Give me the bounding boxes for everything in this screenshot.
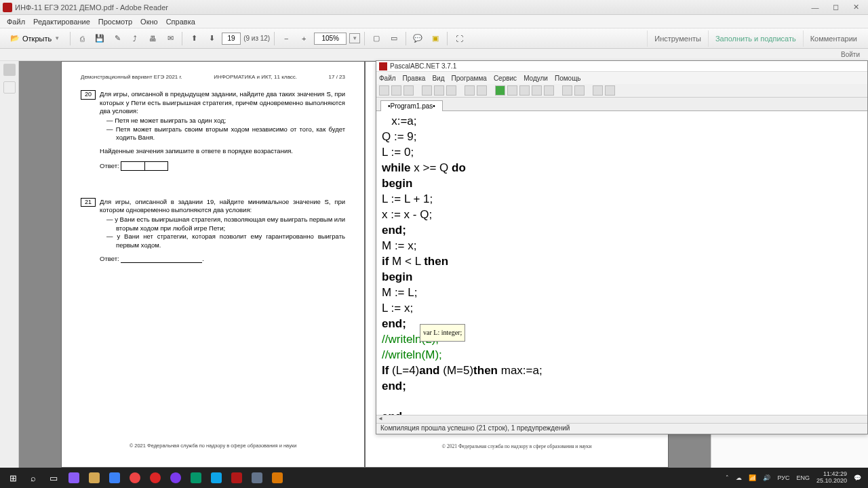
ide-menu-service[interactable]: Сервис <box>494 75 517 82</box>
ide-menu-modules[interactable]: Модули <box>524 75 548 82</box>
zoom-input[interactable] <box>314 33 347 45</box>
open-button[interactable]: 📂 Открыть ▼ <box>4 32 66 45</box>
fit-page-icon[interactable]: ▢ <box>369 31 384 46</box>
ide-tb-icon[interactable] <box>544 85 554 96</box>
ide-titlebar[interactable]: PascalABC.NET 3.7.1 <box>376 61 867 72</box>
ide-tabbar: •Program1.pas• <box>376 98 867 111</box>
left-sidebar <box>0 61 19 468</box>
login-bar: Войти <box>0 49 868 61</box>
task20-li1: Петя не может выиграть за один ход; <box>116 117 345 125</box>
answer-box <box>121 161 168 171</box>
page-up-icon[interactable]: ⬆ <box>186 31 201 46</box>
ide-tb-icon[interactable] <box>593 85 603 96</box>
tray-notifications-icon[interactable]: 💬 <box>854 474 861 481</box>
hdr-left: Демонстрационный вариант ЕГЭ 2021 г. <box>81 74 182 81</box>
comments-panel-button[interactable]: Комментарии <box>803 30 864 47</box>
task21-text: Для игры, описанной в задании 19, найдит… <box>100 198 345 215</box>
ide-menu-view[interactable]: Вид <box>432 75 444 82</box>
maximize-button[interactable]: ◻ <box>826 1 845 14</box>
ide-menu-program[interactable]: Программа <box>451 75 486 82</box>
pdf-page-left: Демонстрационный вариант ЕГЭ 2021 г. ИНФ… <box>61 61 365 468</box>
page-down-icon[interactable]: ⬇ <box>204 31 219 46</box>
fullscreen-icon[interactable]: ⛶ <box>452 31 467 46</box>
taskbar-app[interactable] <box>226 468 247 487</box>
taskbar-app[interactable] <box>186 468 206 487</box>
fit-width-icon[interactable]: ▭ <box>387 31 401 46</box>
ide-tb-icon[interactable] <box>507 85 517 96</box>
taskbar-app[interactable] <box>64 468 84 487</box>
ide-run-icon[interactable] <box>495 85 505 96</box>
taskbar-app[interactable] <box>145 468 165 487</box>
tray-lang1[interactable]: РУС <box>777 474 789 481</box>
save-icon[interactable]: 💾 <box>92 31 107 46</box>
ide-tb-icon[interactable] <box>574 85 585 96</box>
tray-wifi-icon[interactable]: 📶 <box>749 474 756 481</box>
attachments-icon[interactable] <box>3 81 16 94</box>
menu-edit[interactable]: Редактирование <box>29 16 94 27</box>
page-footer: © 2021 Федеральная служба по надзору в с… <box>62 443 364 449</box>
menu-view[interactable]: Просмотр <box>94 16 136 27</box>
tray-clock[interactable]: 11:42:29 25.10.2020 <box>816 471 847 485</box>
tray-chevron-icon[interactable]: ˄ <box>726 474 729 481</box>
export-icon[interactable]: ⤴ <box>127 31 142 46</box>
ide-cut-icon[interactable] <box>422 85 432 96</box>
ide-new-icon[interactable] <box>379 85 389 96</box>
zoom-out-icon[interactable]: − <box>279 31 294 46</box>
ide-tab-program1[interactable]: •Program1.pas• <box>380 100 443 111</box>
taskbar-app[interactable] <box>165 468 186 487</box>
task20-p2: Найденные значения запишите в ответе в п… <box>100 147 345 155</box>
answer-line <box>121 262 202 263</box>
tray-volume-icon[interactable]: 🔊 <box>763 474 770 481</box>
convert-icon[interactable]: ⎙ <box>75 31 90 46</box>
sign-panel-button[interactable]: Заполнить и подписать <box>708 30 803 47</box>
ide-hscrollbar[interactable] <box>376 415 867 423</box>
highlight-icon[interactable]: ▣ <box>428 31 443 46</box>
login-link[interactable]: Войти <box>841 51 860 58</box>
ide-copy-icon[interactable] <box>434 85 444 96</box>
ide-redo-icon[interactable] <box>477 85 487 96</box>
comment-icon[interactable]: 💬 <box>410 31 425 46</box>
ide-tb-icon[interactable] <box>605 85 615 96</box>
taskbar-app[interactable] <box>206 468 226 487</box>
zoom-in-icon[interactable]: + <box>296 31 311 46</box>
caret-down-icon[interactable]: ▼ <box>349 33 360 43</box>
menubar: Файл Редактирование Просмотр Окно Справк… <box>0 15 868 28</box>
ide-tb-icon[interactable] <box>562 85 572 96</box>
tools-panel-button[interactable]: Инструменты <box>647 30 708 47</box>
folder-icon: 📂 <box>10 34 20 43</box>
menu-file[interactable]: Файл <box>3 16 29 27</box>
ide-code-editor[interactable]: x:=a; Q := 9; L := 0; while x >= Q do be… <box>376 111 867 415</box>
ide-paste-icon[interactable] <box>446 85 456 96</box>
edit-icon[interactable]: ✎ <box>110 31 125 46</box>
taskbar-app[interactable] <box>125 468 145 487</box>
ide-save-icon[interactable] <box>403 85 414 96</box>
menu-help[interactable]: Справка <box>162 16 199 27</box>
tray-cloud-icon[interactable]: ☁ <box>736 474 742 481</box>
ide-tb-icon[interactable] <box>519 85 530 96</box>
taskbar-app[interactable] <box>84 468 104 487</box>
toolbar: 📂 Открыть ▼ ⎙ 💾 ✎ ⤴ 🖶 ✉ ⬆ ⬇ (9 из 12) − … <box>0 28 868 49</box>
thumbnails-icon[interactable] <box>3 64 16 76</box>
ide-tb-icon[interactable] <box>532 85 542 96</box>
tray-lang2[interactable]: ENG <box>796 474 810 481</box>
ide-menubar: Файл Правка Вид Программа Сервис Модули … <box>376 72 867 84</box>
minimize-button[interactable]: — <box>806 1 825 14</box>
menu-window[interactable]: Окно <box>136 16 162 27</box>
taskbar-app[interactable] <box>104 468 125 487</box>
taskbar-app[interactable] <box>267 468 288 487</box>
print-icon[interactable]: 🖶 <box>145 31 160 46</box>
mail-icon[interactable]: ✉ <box>163 31 178 46</box>
taskbar-app[interactable] <box>247 468 267 487</box>
page-number-input[interactable] <box>222 33 241 45</box>
ide-menu-help[interactable]: Помощь <box>555 75 581 82</box>
task-number-21: 21 <box>81 198 96 207</box>
close-button[interactable]: ✕ <box>846 1 865 14</box>
ide-menu-file[interactable]: Файл <box>379 75 396 82</box>
start-button[interactable]: ⊞ <box>3 468 23 487</box>
ide-open-icon[interactable] <box>391 85 401 96</box>
search-icon[interactable]: ⌕ <box>23 468 43 487</box>
taskview-icon[interactable]: ▭ <box>43 468 64 487</box>
open-label: Открыть <box>22 35 52 43</box>
ide-undo-icon[interactable] <box>465 85 475 96</box>
ide-menu-edit[interactable]: Правка <box>403 75 426 82</box>
